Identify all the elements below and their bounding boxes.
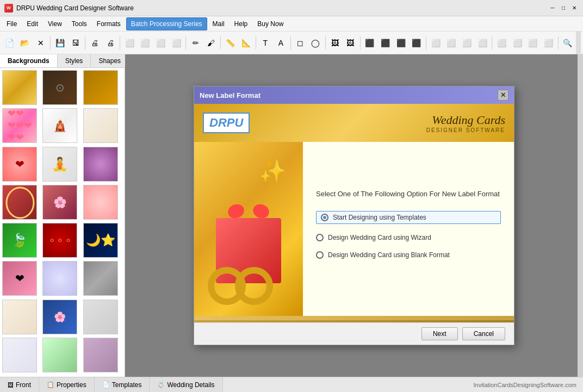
tab-shapes[interactable]: Shapes: [91, 54, 129, 67]
bg-thumb-24[interactable]: [83, 338, 118, 372]
tb-ruler[interactable]: 📏: [223, 35, 238, 51]
menu-tools[interactable]: Tools: [67, 18, 91, 30]
bg-thumb-3[interactable]: [83, 70, 118, 105]
bg-thumb-21[interactable]: [83, 300, 118, 334]
tb-d3[interactable]: ⬜: [460, 35, 474, 51]
tb-print[interactable]: 🖨: [88, 35, 102, 51]
tb-e3[interactable]: ⬜: [526, 35, 541, 51]
tb-brush[interactable]: 🖌: [204, 35, 219, 51]
menu-file[interactable]: File: [2, 18, 21, 30]
dialog-close-button[interactable]: ✕: [498, 90, 508, 101]
bg-thumb-16[interactable]: ❤: [2, 261, 37, 296]
menu-batch-processing[interactable]: Batch Processing Series: [126, 17, 207, 30]
radio-blank[interactable]: [316, 251, 324, 259]
minimize-button[interactable]: ─: [548, 4, 557, 13]
cancel-button[interactable]: Cancel: [462, 327, 505, 340]
tb-c4[interactable]: ⬛: [410, 35, 424, 51]
tb-img1[interactable]: 🖼: [328, 35, 343, 51]
backgrounds-grid: ⊙ ❤❤❤❤❤❤❤ 🛕 ❤ 🧘 🌸 🍃 ⚬⚬⚬ 🌙⭐ ❤ 🌸: [0, 68, 125, 377]
option-wizard[interactable]: Design Wedding Card using Wizard: [316, 234, 501, 241]
bg-thumb-7[interactable]: ❤: [2, 147, 37, 182]
bg-thumb-12[interactable]: [83, 185, 118, 220]
title-bar: W DRPU Wedding Card Designer Software ─ …: [0, 0, 583, 16]
dialog-header-banner: DRPU Wedding Cards DESIGNER SOFTWARE: [194, 104, 514, 142]
toolbar-scrollbar[interactable]: [576, 32, 581, 54]
tb-c2[interactable]: ⬛: [378, 35, 393, 51]
bottom-tab-properties[interactable]: 📋 Properties: [39, 377, 95, 392]
radio-wizard[interactable]: [316, 234, 324, 241]
front-icon: 🖼: [8, 382, 14, 388]
tb-e4[interactable]: ⬜: [541, 35, 556, 51]
bg-thumb-2[interactable]: ⊙: [42, 70, 77, 105]
maximize-button[interactable]: □: [559, 4, 568, 13]
menu-buy-now[interactable]: Buy Now: [253, 18, 288, 30]
tb-print2[interactable]: 🖨: [103, 35, 117, 51]
next-button[interactable]: Next: [421, 327, 458, 340]
tab-backgrounds[interactable]: Backgrounds: [0, 54, 58, 67]
bg-thumb-17[interactable]: [42, 261, 77, 296]
bg-thumb-4[interactable]: ❤❤❤❤❤❤❤: [2, 108, 37, 143]
tb-e1[interactable]: ⬜: [494, 35, 509, 51]
menu-edit[interactable]: Edit: [22, 18, 42, 30]
tb-b2[interactable]: ⬜: [138, 35, 153, 51]
bg-thumb-11[interactable]: 🌸: [42, 185, 77, 220]
tb-ruler2[interactable]: 📐: [239, 35, 253, 51]
tb-d1[interactable]: ⬜: [429, 35, 443, 51]
bg-thumb-15[interactable]: 🌙⭐: [83, 223, 118, 258]
menu-view[interactable]: View: [44, 18, 66, 30]
tb-d2[interactable]: ⬜: [444, 35, 459, 51]
tb-close[interactable]: ✕: [33, 35, 48, 51]
menu-formats[interactable]: Formats: [92, 18, 125, 30]
dialog-buttons: Next Cancel: [194, 322, 514, 345]
tb-e2[interactable]: ⬜: [510, 35, 525, 51]
tab-styles[interactable]: Styles: [58, 54, 91, 67]
bg-thumb-23[interactable]: [42, 338, 77, 372]
tb-save-as[interactable]: 🖫: [68, 35, 83, 51]
bg-thumb-10[interactable]: [2, 185, 37, 220]
tb-save[interactable]: 💾: [53, 35, 67, 51]
properties-icon: 📋: [47, 381, 54, 388]
bg-thumb-6[interactable]: [83, 108, 118, 143]
bg-thumb-8[interactable]: 🧘: [42, 147, 77, 182]
tb-pencil[interactable]: ✏: [188, 35, 203, 51]
tb-img2[interactable]: 🖼: [343, 35, 358, 51]
bg-thumb-9[interactable]: [83, 147, 118, 182]
bg-thumb-19[interactable]: [2, 300, 37, 334]
tb-open[interactable]: 📂: [18, 35, 33, 51]
new-label-format-dialog: New Label Format ✕ DRPU Wedding Cards DE…: [194, 86, 514, 345]
content-area: New Label Format ✕ DRPU Wedding Cards DE…: [125, 54, 583, 377]
bg-thumb-13[interactable]: 🍃: [2, 223, 37, 258]
bg-thumb-22[interactable]: [2, 338, 37, 372]
bottom-bar: 🖼 Front 📋 Properties 📄 Templates 💍 Weddi…: [0, 377, 583, 392]
bg-thumb-14[interactable]: ⚬⚬⚬: [42, 223, 77, 258]
bg-thumb-1[interactable]: [2, 70, 37, 105]
option-blank[interactable]: Design Wedding Card using Blank Format: [316, 251, 501, 259]
templates-icon: 📄: [102, 381, 110, 388]
tb-shape2[interactable]: ◯: [308, 35, 323, 51]
tb-b4[interactable]: ⬜: [169, 35, 184, 51]
wedding-details-icon: 💍: [157, 381, 165, 388]
tb-shape1[interactable]: ◻: [293, 35, 307, 51]
bottom-tab-front[interactable]: 🖼 Front: [0, 377, 39, 392]
close-button[interactable]: ✕: [570, 4, 579, 13]
menu-mail[interactable]: Mail: [208, 18, 229, 30]
tb-text[interactable]: T: [258, 35, 272, 51]
bottom-tab-front-label: Front: [16, 381, 31, 389]
tb-zoom[interactable]: 🔍: [561, 35, 575, 51]
tb-b3[interactable]: ⬜: [153, 35, 168, 51]
tb-new[interactable]: 📄: [2, 35, 17, 51]
tb-c3[interactable]: ⬛: [394, 35, 408, 51]
tb-c1[interactable]: ⬛: [363, 35, 377, 51]
content-scrollbar[interactable]: [578, 54, 583, 377]
tb-d4[interactable]: ⬜: [475, 35, 490, 51]
tb-text2[interactable]: A: [274, 35, 288, 51]
bg-thumb-5[interactable]: 🛕: [42, 108, 77, 143]
radio-templates[interactable]: [321, 214, 328, 221]
bottom-tab-templates[interactable]: 📄 Templates: [95, 377, 150, 392]
bottom-tab-wedding-details[interactable]: 💍 Wedding Details: [150, 377, 222, 392]
menu-help[interactable]: Help: [230, 18, 252, 30]
tb-b1[interactable]: ⬜: [122, 35, 137, 51]
bg-thumb-18[interactable]: [83, 261, 118, 296]
bg-thumb-20[interactable]: 🌸: [42, 300, 77, 334]
option-templates[interactable]: Start Designing using Templates: [316, 211, 501, 224]
